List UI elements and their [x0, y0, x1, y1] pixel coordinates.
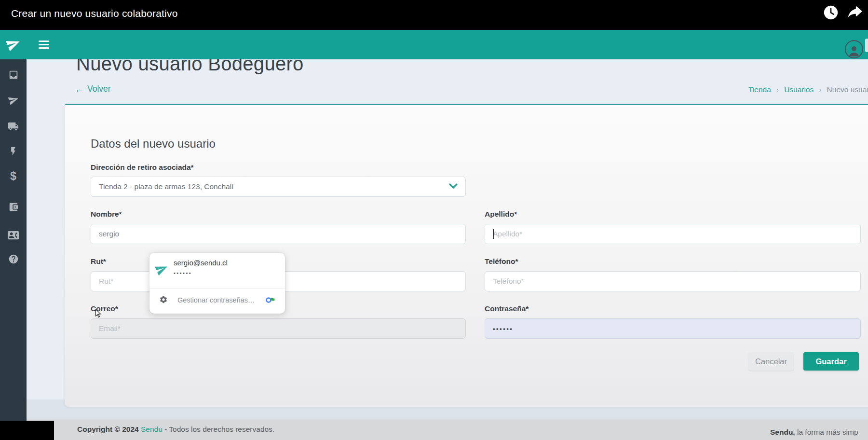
sendu-plane-favicon-icon: [155, 262, 168, 277]
correo-input[interactable]: [91, 318, 466, 339]
footer-tagline: Sendu, la forma más simp: [770, 428, 868, 437]
apellido-label: Apellido*: [485, 210, 517, 219]
manage-passwords-label: Gestionar contraseñas…: [177, 296, 255, 304]
mouse-cursor-icon: [95, 309, 102, 320]
telefono-label: Teléfono*: [485, 257, 518, 266]
watch-later-clock-icon[interactable]: [823, 4, 839, 21]
breadcrumb-current: Nuevo usuari: [827, 85, 868, 94]
copyright-bold: Copyright © 2024: [77, 425, 139, 433]
settings-gear-icon: [159, 295, 168, 306]
apellido-input[interactable]: [485, 224, 861, 244]
screen: Crear un nuevo usuario colaborativo: [0, 0, 868, 440]
tagline-rest: la forma más simp: [795, 428, 858, 436]
cancel-button[interactable]: Cancelar: [748, 352, 794, 371]
dollar-icon: $: [10, 170, 16, 183]
contrasena-input[interactable]: [485, 318, 861, 339]
user-avatar[interactable]: [845, 40, 863, 58]
sidebar-item-help[interactable]: [0, 248, 27, 270]
text-caret: [493, 229, 494, 239]
footer: Copyright © 2024 Sendu - Todos los derec…: [27, 419, 868, 440]
tagline-brand: Sendu,: [770, 428, 795, 436]
nombre-label: Nombre*: [91, 210, 122, 219]
telefono-input[interactable]: [485, 271, 861, 291]
app-header: [0, 30, 868, 59]
inbox-box-icon: [8, 69, 19, 80]
sidebar-item-inbox[interactable]: [0, 64, 27, 85]
paper-plane-logo-icon: [6, 37, 21, 53]
menu-toggle-button[interactable]: [39, 41, 49, 49]
form-section-title: Datos del nuevo usuario: [91, 137, 216, 151]
send-plane-icon: [7, 93, 20, 107]
copyright-rest: - Todos los derechos reservados.: [163, 425, 274, 433]
sidebar-item-wallet[interactable]: [0, 196, 27, 218]
sendu-logo[interactable]: [0, 30, 27, 59]
sidebar-item-payments[interactable]: $: [0, 165, 27, 187]
truck-icon: [8, 121, 19, 132]
breadcrumb-separator: ›: [819, 86, 822, 94]
sidebar: $: [0, 59, 27, 424]
bolt-icon: [8, 146, 18, 156]
footer-brand-link[interactable]: Sendu: [141, 425, 163, 433]
autofill-password-dots: ••••••: [174, 270, 192, 276]
sidebar-item-contacts[interactable]: [0, 224, 27, 246]
help-circle-icon: [8, 254, 19, 264]
copyright-text: Copyright © 2024 Sendu - Todos los derec…: [77, 425, 274, 434]
breadcrumb-tienda[interactable]: Tienda: [748, 85, 771, 94]
contrasena-label: Contraseña*: [485, 304, 529, 313]
password-autofill-popup: sergio@sendu.cl •••••• Gestionar contras…: [149, 253, 285, 314]
direccion-selected-value: Tienda 2 - plaza de armas 123, Conchalí: [99, 182, 449, 191]
share-arrow-icon[interactable]: [846, 4, 862, 21]
back-link[interactable]: ← Volver: [75, 84, 111, 94]
direccion-select[interactable]: Tienda 2 - plaza de armas 123, Conchalí: [91, 177, 466, 197]
breadcrumb-usuarios[interactable]: Usuarios: [784, 85, 814, 94]
autofill-email: sergio@sendu.cl: [174, 259, 228, 267]
nombre-input[interactable]: [91, 224, 466, 244]
rut-label: Rut*: [91, 257, 106, 266]
chevron-down-icon: [449, 182, 458, 191]
google-password-key-icon: [265, 295, 276, 306]
sidebar-item-shipping[interactable]: [0, 115, 27, 137]
contacts-card-icon: [8, 230, 19, 241]
person-icon: [847, 44, 861, 57]
back-arrow-icon: ←: [75, 85, 85, 93]
sidebar-item-send[interactable]: [0, 89, 27, 110]
video-overlay-bar: Crear un nuevo usuario colaborativo: [0, 0, 868, 30]
video-title: Crear un nuevo usuario colaborativo: [11, 8, 178, 19]
breadcrumb: Tienda › Usuarios › Nuevo usuari: [748, 85, 868, 96]
direccion-label: Dirección de retiro asociada*: [91, 163, 194, 172]
wallet-icon: [8, 202, 19, 212]
back-link-label: Volver: [87, 84, 111, 94]
header-edge-panel: [865, 39, 868, 52]
sidebar-item-quick[interactable]: [0, 140, 27, 162]
breadcrumb-separator: ›: [776, 86, 779, 94]
video-letterbox-corner: [0, 421, 54, 440]
save-button[interactable]: Guardar: [803, 352, 859, 371]
